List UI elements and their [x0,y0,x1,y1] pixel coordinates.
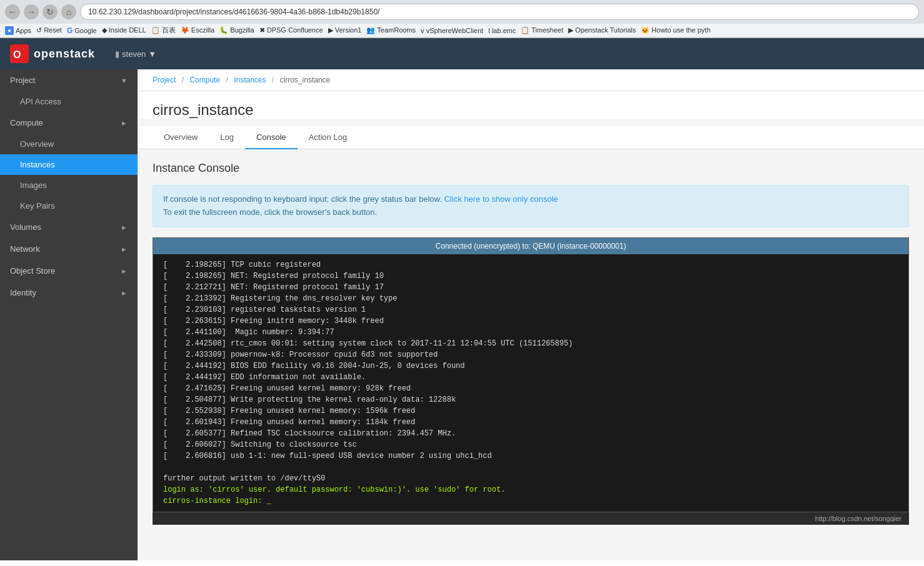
show-only-console-link[interactable]: Click here to show only console [444,194,558,204]
sidebar-identity-header[interactable]: Identity ► [0,282,138,304]
identity-chevron: ► [121,289,128,297]
user-name: steven [122,49,146,59]
tab-console[interactable]: Console [245,126,298,149]
content-area: Project ▼ API Access Compute ► Overview … [0,69,924,560]
bookmark-vsphere[interactable]: v vSphereWebClient [421,27,483,34]
svg-text:O: O [13,49,21,60]
console-section-title: Instance Console [153,162,909,175]
volumes-chevron: ► [121,224,128,231]
compute-chevron: ► [121,119,128,127]
info-box: If console is not responding to keyboard… [153,185,909,227]
apps-icon: ★ [5,26,14,35]
sidebar-item-images[interactable]: Images [0,175,138,196]
bookmark-timesheet[interactable]: 📋 Timesheet [521,26,563,34]
bookmark-esczilla[interactable]: 🦊 Esczilla [181,26,214,34]
bookmark-百表[interactable]: 📋 百表 [151,26,176,35]
breadcrumb-current: cirros_instance [280,76,331,84]
console-header: Connected (unencrypted) to: QEMU (instan… [153,238,908,254]
back-button[interactable]: ← [5,4,20,19]
bookmark-openstack-tutorials[interactable]: ▶ Openstack Tutorials [568,26,636,34]
breadcrumb: Project / Compute / Instances / cirros_i… [153,76,909,84]
sidebar-item-api-access[interactable]: API Access [0,91,138,112]
bookmark-teamrooms[interactable]: 👥 TeamRooms [366,26,416,34]
breadcrumb-sep-3: / [272,76,274,84]
sidebar: Project ▼ API Access Compute ► Overview … [0,69,138,560]
sidebar-item-key-pairs[interactable]: Key Pairs [0,196,138,216]
sidebar-volumes-header[interactable]: Volumes ► [0,216,138,238]
network-label: Network [10,244,40,254]
sidebar-section-project: Project ▼ API Access Compute ► Overview … [0,69,138,282]
user-menu[interactable]: ▮ steven ▼ [115,49,156,59]
user-dropdown-icon: ▼ [148,49,156,59]
app: O openstack ▮ steven ▼ Project ▼ API Acc… [0,38,924,560]
bookmarks-bar: ★ Apps ↺ Reset G Google ◆ Inside DELL 📋 … [0,24,924,37]
home-button[interactable]: ⌂ [61,4,76,19]
bookmark-version1[interactable]: ▶ Version1 [328,26,362,34]
console-text: [ 2.198265] TCP cubic registered [ 2.198… [163,261,573,483]
top-header: O openstack ▮ steven ▼ [0,38,924,69]
forward-button[interactable]: → [24,4,39,19]
breadcrumb-sep-2: / [226,76,228,84]
bookmark-labemc[interactable]: l lab.emc [488,27,516,34]
console-wrapper: Connected (unencrypted) to: QEMU (instan… [153,237,909,512]
breadcrumb-project[interactable]: Project [153,76,176,84]
identity-label: Identity [10,288,36,297]
volumes-label: Volumes [10,222,41,232]
tab-log[interactable]: Log [209,126,245,149]
panel-body: Instance Console If console is not respo… [138,149,924,537]
sidebar-project-header[interactable]: Project ▼ [0,69,138,91]
breadcrumb-sep-1: / [182,76,184,84]
console-login-prompt: login as: 'cirros' user. default passwor… [163,485,505,505]
tabs: Overview Log Console Action Log [138,126,924,149]
bookmark-reset[interactable]: ↺ Reset [36,26,62,34]
address-bar[interactable] [80,4,919,20]
project-label: Project [10,76,35,85]
status-bar: http://blog.csdn.net/songqier [153,512,909,525]
openstack-logo: O openstack [10,44,95,63]
bookmark-inside-dell[interactable]: ◆ Inside DELL [102,26,146,34]
reload-button[interactable]: ↻ [43,4,58,19]
logo-text: openstack [34,47,95,61]
sidebar-item-overview[interactable]: Overview [0,134,138,154]
info-text-exit: To exit the fullscreen mode, click the b… [163,207,377,217]
openstack-logo-icon: O [10,44,29,63]
network-chevron: ► [121,246,128,253]
compute-label: Compute [10,118,43,127]
object-store-chevron: ► [121,267,128,275]
bookmark-howto[interactable]: 🐱 Howto use the pyth [641,26,710,34]
breadcrumb-bar: Project / Compute / Instances / cirros_i… [138,69,924,91]
status-bar-text: http://blog.csdn.net/songqier [815,515,901,522]
tab-overview[interactable]: Overview [153,126,209,149]
breadcrumb-instances[interactable]: Instances [234,76,266,84]
bookmark-apps[interactable]: ★ Apps [5,26,31,35]
object-store-label: Object Store [10,266,55,276]
sidebar-network-header[interactable]: Network ► [0,238,138,260]
breadcrumb-compute[interactable]: Compute [189,76,220,84]
console-output[interactable]: [ 2.198265] TCP cubic registered [ 2.198… [153,254,908,512]
sidebar-section-identity: Identity ► [0,282,138,304]
page-title: cirros_instance [153,101,909,119]
bookmark-dpsg[interactable]: ✖ DPSG Confluence [259,26,323,34]
main-panel: Project / Compute / Instances / cirros_i… [138,69,924,560]
sidebar-object-store-header[interactable]: Object Store ► [0,260,138,282]
page-title-bar: cirros_instance [138,91,924,119]
sidebar-item-instances[interactable]: Instances [0,154,138,175]
browser-chrome: ← → ↻ ⌂ ★ Apps ↺ Reset G Google ◆ Inside… [0,0,924,38]
tab-action-log[interactable]: Action Log [298,126,358,149]
project-chevron: ▼ [121,77,128,84]
info-text-before-link: If console is not responding to keyboard… [163,194,444,204]
bookmark-bugzilla[interactable]: 🐛 Bugzilla [219,26,254,34]
browser-toolbar: ← → ↻ ⌂ [0,0,924,24]
sidebar-compute-header[interactable]: Compute ► [0,112,138,134]
bookmark-google[interactable]: G Google [67,26,97,35]
